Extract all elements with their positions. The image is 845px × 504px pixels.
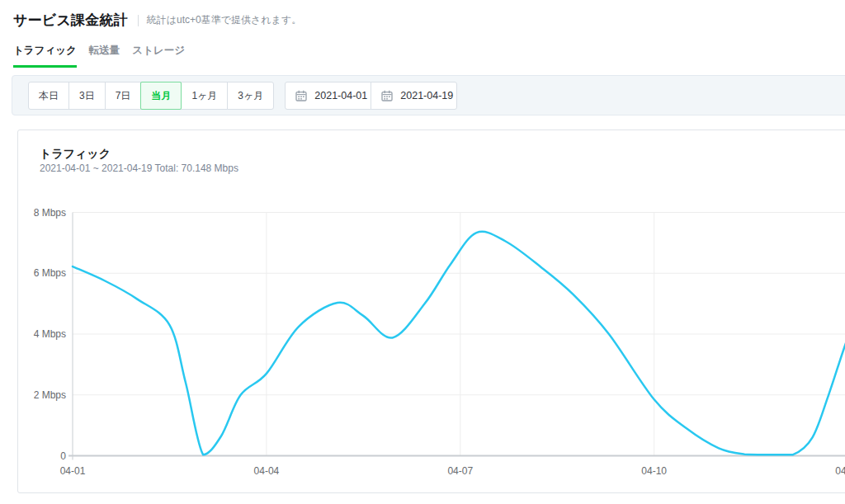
date-to-value: 2021-04-19: [400, 90, 453, 101]
svg-text:04-13: 04-13: [835, 465, 845, 477]
calendar-icon: [295, 90, 307, 101]
traffic-series-line: [73, 232, 845, 455]
filter-toolbar: 本日 3日 7日 当月 1ヶ月 3ヶ月 2021-04-01: [12, 75, 845, 115]
date-picker-group: 2021-04-01 2021-04-19: [285, 82, 457, 110]
range-button-today[interactable]: 本日: [28, 82, 69, 110]
svg-text:04-10: 04-10: [641, 465, 667, 477]
tab-transfer[interactable]: 転送量: [89, 44, 120, 68]
range-button-current-month[interactable]: 当月: [140, 82, 182, 110]
traffic-line-chart[interactable]: 02 Mbps4 Mbps6 Mbps8 Mbps04-0104-0404-07…: [18, 130, 845, 492]
svg-text:6 Mbps: 6 Mbps: [34, 267, 66, 279]
page-header: サービス課金統計 統計はutc+0基準で提供されます。: [13, 11, 301, 30]
date-to-field[interactable]: 2021-04-19: [371, 82, 457, 110]
calendar-icon: [381, 90, 393, 101]
tab-traffic[interactable]: トラフィック: [13, 44, 77, 68]
svg-text:04-04: 04-04: [254, 465, 280, 477]
page-subtitle: 統計はutc+0基準で提供されます。: [147, 13, 301, 27]
date-from-field[interactable]: 2021-04-01: [285, 82, 371, 110]
svg-text:4 Mbps: 4 Mbps: [34, 328, 66, 340]
page-title: サービス課金統計: [13, 11, 128, 30]
range-button-1month[interactable]: 1ヶ月: [181, 82, 228, 110]
date-range-button-group: 本日 3日 7日 当月 1ヶ月 3ヶ月: [28, 82, 274, 110]
svg-text:04-01: 04-01: [60, 465, 86, 477]
service-billing-stats-page: { "page": { "title": "サービス課金統計", "subtit…: [0, 0, 845, 504]
traffic-chart-card: トラフィック 2021-04-01 ~ 2021-04-19 Total: 70…: [17, 130, 845, 493]
svg-text:0: 0: [60, 450, 66, 462]
svg-text:04-07: 04-07: [447, 465, 473, 477]
range-button-3months[interactable]: 3ヶ月: [227, 82, 274, 110]
tab-storage[interactable]: ストレージ: [132, 44, 185, 68]
stats-tabs: トラフィック 転送量 ストレージ: [13, 44, 185, 68]
date-from-value: 2021-04-01: [314, 90, 367, 101]
title-separator: [138, 15, 139, 26]
range-button-7days[interactable]: 7日: [105, 82, 142, 110]
svg-text:2 Mbps: 2 Mbps: [34, 389, 66, 401]
svg-text:8 Mbps: 8 Mbps: [34, 207, 66, 219]
range-button-3days[interactable]: 3日: [68, 82, 106, 110]
